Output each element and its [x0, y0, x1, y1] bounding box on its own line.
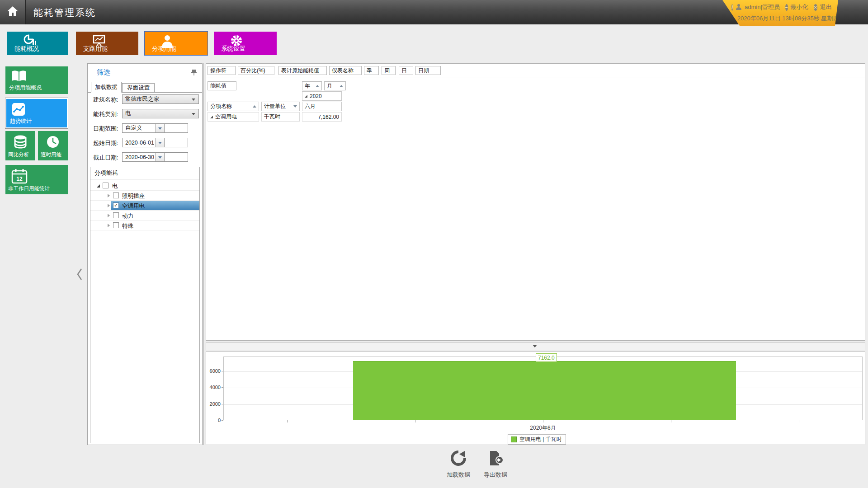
start-date-input[interactable]: 2020-06-01 — [122, 138, 188, 147]
tree-header: 分项能耗 — [90, 167, 199, 179]
row-header-item-name[interactable]: 分项名称 — [208, 102, 259, 111]
sidebar-item-label: 分项用能概况 — [9, 84, 42, 92]
date-range-input[interactable]: 自定义 — [122, 123, 188, 133]
filter-tab-load-data[interactable]: 加载数据 — [91, 82, 122, 93]
legend-label: 空调用电 | 千瓦时 — [519, 436, 562, 443]
sidebar-item-itemized-overview[interactable]: 分项用能概况 — [5, 66, 68, 94]
nav-tab-energy-overview[interactable]: 能耗概况 — [7, 32, 68, 55]
collapse-icon[interactable] — [108, 204, 110, 207]
clock-icon — [46, 135, 60, 149]
chevron-down-icon — [192, 113, 195, 115]
field-chip-week[interactable]: 周 — [382, 66, 396, 75]
export-icon — [487, 450, 504, 466]
nav-tab-label: 系统设置 — [221, 45, 245, 53]
column-chip-year[interactable]: 年 — [302, 81, 322, 90]
year-header-cell[interactable]: 2020 — [302, 91, 342, 101]
chevron-down-icon — [533, 345, 537, 347]
field-label-start-date: 起始日期: — [93, 139, 118, 147]
field-label-energy-type: 能耗类别: — [93, 110, 118, 118]
field-chip-day[interactable]: 日 — [399, 66, 413, 75]
checkbox[interactable] — [103, 183, 108, 188]
checkbox[interactable] — [113, 222, 119, 228]
refresh-icon — [450, 450, 467, 466]
y-tick-mark — [222, 420, 223, 421]
checkbox[interactable] — [113, 192, 119, 198]
checkbox[interactable] — [113, 212, 119, 218]
tree-item-special[interactable]: 特殊 — [90, 221, 199, 230]
panel-splitter-horizontal[interactable] — [206, 342, 865, 350]
expanded-icon[interactable] — [210, 116, 213, 118]
database-icon — [13, 135, 28, 149]
expanded-icon[interactable] — [305, 95, 307, 98]
nav-tab-branch-energy[interactable]: 支路用能 — [76, 32, 138, 55]
field-chip-raw-energy[interactable]: 表计原始能耗值 — [278, 66, 327, 75]
tree-item-power[interactable]: 动力 — [90, 211, 199, 221]
load-data-label: 加载数据 — [443, 471, 474, 479]
field-chip-quarter[interactable]: 季 — [364, 66, 379, 75]
nav-tab-label: 能耗概况 — [14, 45, 39, 53]
field-label-date-range: 日期范围: — [93, 125, 118, 133]
expand-icon[interactable] — [97, 184, 100, 188]
row-cell-item-name[interactable]: 空调用电 — [208, 112, 259, 122]
chart-legend: 空调用电 | 千瓦时 — [508, 434, 566, 445]
chips-separator — [206, 78, 865, 78]
sidebar-item-nonworkday-statistics[interactable]: 12 非工作日用能统计 — [5, 165, 68, 194]
filter-tab-ui-settings[interactable]: 界面设置 — [122, 83, 155, 93]
row-cell-value: 7,162.00 — [302, 112, 342, 122]
row-header-unit[interactable]: 计量单位 — [261, 102, 300, 111]
home-button[interactable] — [0, 0, 26, 24]
data-chip-energy-value[interactable]: 能耗值 — [208, 81, 236, 90]
end-date-dropdown-button[interactable] — [156, 152, 165, 162]
user-icon — [736, 4, 742, 11]
pivot-table-panel: 操作符 百分比(%) 表计原始能耗值 仪表名称 季 周 日 日期 能耗值 年 月… — [206, 63, 865, 341]
collapse-icon[interactable] — [108, 224, 110, 227]
y-tick-label: 6000 — [207, 368, 221, 374]
vertical-splitter[interactable] — [203, 63, 204, 445]
legend-swatch — [511, 436, 517, 442]
sidebar-item-label: 非工作日用能统计 — [8, 185, 50, 192]
nav-tab-system-settings[interactable]: 系统设置 — [214, 32, 277, 55]
energy-type-select[interactable]: 电 — [122, 109, 199, 118]
close-icon[interactable]: ✕ — [814, 4, 817, 11]
end-date-input[interactable]: 2020-06-30 — [122, 152, 188, 162]
sidebar-item-trend-statistics[interactable]: 趋势统计 — [5, 98, 68, 128]
field-chip-date[interactable]: 日期 — [415, 66, 441, 75]
sidebar-item-hourly-energy[interactable]: 逐时用能 — [38, 131, 68, 160]
sidebar-item-label: 逐时用能 — [41, 151, 61, 158]
pin-icon[interactable] — [191, 69, 197, 77]
tree-item-lighting-sockets[interactable]: 照明插座 — [90, 191, 199, 201]
nav-tab-label: 分项用能 — [152, 45, 176, 53]
tree-item-electricity[interactable]: 电 — [90, 181, 199, 191]
load-data-button[interactable]: 加载数据 — [443, 450, 474, 479]
calendar-day-text: 12 — [16, 176, 23, 182]
field-chip-percent[interactable]: 百分比(%) — [238, 66, 274, 75]
sort-desc-icon — [293, 105, 297, 108]
tree-item-ac-electricity[interactable]: ✓ 空调用电 — [90, 201, 199, 211]
sidebar-item-yoy-analysis[interactable]: 同比分析 — [5, 131, 35, 160]
minimize-icon[interactable]: − — [785, 4, 788, 11]
column-chip-month[interactable]: 月 — [324, 81, 346, 90]
trend-chart-icon — [12, 103, 25, 116]
building-select[interactable]: 常德市民之家 — [122, 94, 199, 104]
minimize-label[interactable]: 最小化 — [791, 3, 808, 11]
month-header-cell[interactable]: 六月 — [302, 102, 342, 111]
sort-asc-icon — [253, 105, 256, 108]
start-date-dropdown-button[interactable] — [156, 138, 165, 147]
field-label-building: 建筑名称: — [93, 96, 118, 104]
nav-tab-itemized-energy[interactable]: 分项用能 — [145, 32, 208, 55]
logout-label[interactable]: 退出 — [820, 3, 832, 11]
export-data-button[interactable]: 导出数据 — [480, 450, 511, 479]
checkbox-checked[interactable]: ✓ — [113, 202, 119, 208]
panel-collapse-chevron[interactable] — [76, 267, 83, 281]
collapse-icon[interactable] — [108, 194, 110, 197]
info-icon[interactable]: i — [731, 4, 733, 11]
x-tick-mark — [671, 420, 671, 422]
field-chip-meter-name[interactable]: 仪表名称 — [329, 66, 362, 75]
date-range-dropdown-button[interactable] — [156, 123, 165, 133]
chevron-down-icon — [192, 99, 195, 101]
sort-asc-icon — [340, 85, 343, 87]
x-tick-mark — [799, 420, 799, 422]
field-chip-operator[interactable]: 操作符 — [208, 66, 236, 75]
collapse-icon[interactable] — [108, 214, 110, 217]
field-label-end-date: 截止日期: — [93, 154, 118, 162]
